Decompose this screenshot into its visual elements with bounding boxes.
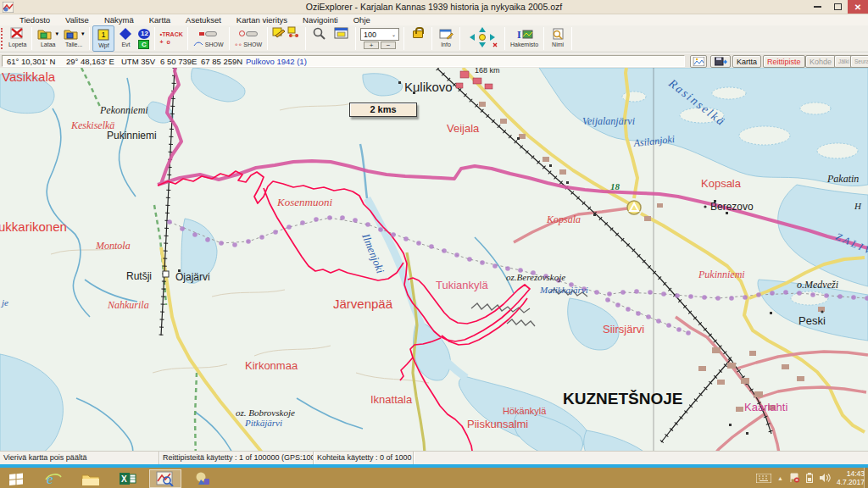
trail-dot (454, 252, 459, 258)
tab-kartta[interactable]: Kartta (732, 55, 761, 68)
close-button[interactable]: ✕ (848, 0, 868, 14)
show-waypoints-button[interactable]: ∘∘ SHOW (232, 25, 265, 52)
show-track-button[interactable]: SHOW (191, 25, 226, 52)
exit-button[interactable]: Lopeta (6, 25, 29, 52)
comment-button[interactable]: C (138, 40, 149, 49)
map-label: Veijala (447, 122, 480, 135)
index-button[interactable]: I Hakemisto (508, 25, 541, 52)
menu-valitse[interactable]: Valitse (58, 14, 97, 25)
zoom-window-button[interactable] (309, 25, 331, 52)
menu-asetukset[interactable]: Asetukset (178, 14, 229, 25)
image-viewer-icon (194, 471, 211, 486)
trail-dot (167, 219, 172, 225)
svg-text:I: I (517, 29, 521, 40)
map-label: Ojajärvi (175, 271, 210, 283)
index-icon: I (516, 28, 533, 40)
zoom-in-button[interactable]: + (364, 42, 379, 49)
taskbar: e X ▲ 14:43 4.7.2017 (0, 464, 868, 488)
tray-expand-icon[interactable]: ▲ (777, 475, 783, 481)
zoom-out-button[interactable]: − (381, 42, 396, 49)
speaker-icon[interactable] (819, 473, 831, 483)
menu-navigointi[interactable]: Navigointi (295, 14, 346, 25)
map-label: 168 km (475, 68, 500, 75)
internet-explorer-button[interactable]: e (37, 469, 70, 488)
coordinate-bar: 61° 10,301' N 29° 48,163' E UTM 35V 6 50… (0, 53, 868, 68)
trail-dot (743, 295, 748, 300)
tab-kohde[interactable]: Kohde (805, 55, 836, 68)
oziexplorer-taskbar-button[interactable] (149, 469, 181, 488)
start-button[interactable] (0, 469, 32, 488)
windows-logo-icon (8, 472, 24, 485)
menu-tiedosto[interactable]: Tiedosto (12, 14, 58, 25)
utm-easting-value: 6 50 739E (160, 57, 197, 66)
trail-dot (365, 222, 370, 227)
trail-dot (273, 230, 278, 235)
utm-northing-value: 67 85 259N (201, 57, 242, 66)
name-search-button[interactable]: Nimi (547, 25, 569, 52)
image-viewer-button[interactable] (186, 469, 219, 488)
trail-dot (391, 232, 396, 237)
menu-nakyma[interactable]: Näkymä (97, 14, 142, 25)
map-label: ukkarikonen (0, 219, 67, 234)
tab-seuranta[interactable]: Seuranta (850, 55, 868, 68)
dropdown-icon: ⌄ (392, 31, 396, 37)
pan-control[interactable] (463, 25, 502, 52)
track-control[interactable]: •TRACK +o (158, 25, 184, 52)
trail-dot (287, 225, 292, 230)
trail-dot (824, 293, 829, 298)
menu-kartan-vieritys[interactable]: Kartan vieritys (229, 14, 295, 25)
menu-ohje[interactable]: Ohje (346, 14, 378, 25)
trail-dot (636, 311, 641, 316)
floppy-arrow-icon (715, 57, 727, 66)
maximize-button[interactable] (827, 0, 848, 14)
lock-button[interactable] (407, 25, 429, 52)
load-button[interactable]: ▾ Lataa (35, 25, 61, 52)
status-scroll-mode: Vierivä kartta pois päältä (0, 452, 159, 465)
map-canvas[interactable]: VasikkalaPekonniemiKeskiselkäPukinniemiK… (0, 68, 868, 451)
route-edit-button[interactable] (272, 26, 286, 51)
action-center-flag-icon[interactable] (789, 473, 800, 483)
save-button[interactable]: ▾ Talle... (61, 25, 87, 52)
trail-dot (246, 239, 251, 244)
trail-dot (340, 215, 345, 220)
toolbar-drag-handle[interactable] (1, 28, 5, 49)
svg-text:e: e (47, 471, 53, 487)
trail-dot (480, 260, 485, 265)
trail-dot (646, 314, 651, 319)
keyboard-icon[interactable] (756, 474, 771, 483)
trail-dot (615, 302, 620, 308)
trail-dot (756, 292, 761, 297)
map-window-button[interactable] (331, 25, 353, 52)
scale-bar: 2 kms (349, 103, 417, 117)
route-points-button[interactable] (287, 26, 301, 51)
save-position-button[interactable] (710, 55, 731, 68)
show-desktop-button[interactable] (864, 464, 868, 488)
waypoint-number-button[interactable]: 12 (138, 29, 150, 39)
battery-icon[interactable] (806, 473, 813, 483)
tab-reittipiste[interactable]: Reittipiste (763, 55, 805, 68)
trail-dot (656, 319, 661, 324)
map-label: Peski (798, 314, 826, 327)
excel-button[interactable]: X (112, 469, 144, 488)
trail-dot (715, 296, 721, 301)
menu-kartta[interactable]: Kartta (142, 14, 178, 25)
oziexplorer-app-icon (3, 2, 14, 13)
waypoint-button[interactable]: 1 Wpf (92, 25, 114, 52)
map-label: Kulikovo (404, 80, 453, 94)
minimize-button[interactable] (807, 0, 827, 14)
svg-text:X: X (121, 474, 127, 484)
info-button[interactable]: Info (435, 25, 457, 52)
map-label: H (854, 201, 862, 211)
file-explorer-button[interactable] (75, 469, 107, 488)
map-image-button[interactable] (690, 55, 707, 68)
clock[interactable]: 14:43 4.7.2017 (837, 469, 865, 486)
window-title: OziExplorer - Karjalan Kannas 1939 histo… (0, 0, 868, 14)
trail-dot (300, 220, 305, 225)
event-button[interactable]: Evt (114, 25, 136, 52)
trail-dot (416, 241, 421, 246)
map-label: Rutšji (126, 270, 152, 282)
map-label: Malikkajärvi (539, 285, 588, 295)
zoom-level-select[interactable]: 100⌄ (360, 28, 399, 41)
route-edit-icon (272, 26, 286, 38)
trail-dot (378, 227, 383, 232)
